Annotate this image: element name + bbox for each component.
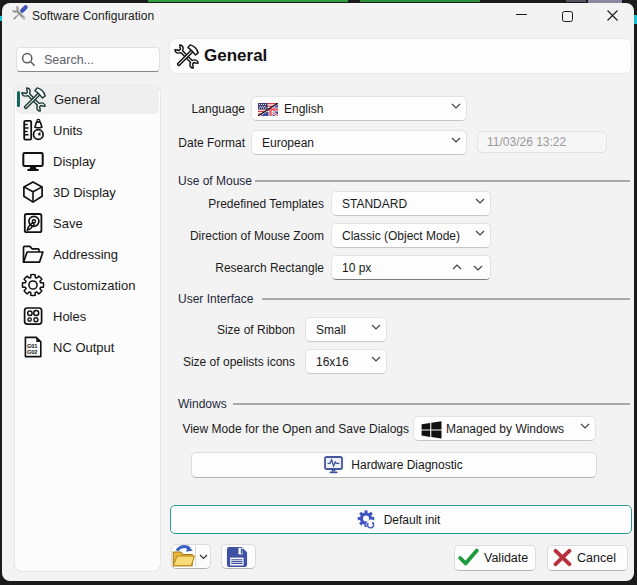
svg-text:G02: G02 bbox=[27, 349, 38, 355]
svg-text:G01: G01 bbox=[27, 343, 38, 349]
